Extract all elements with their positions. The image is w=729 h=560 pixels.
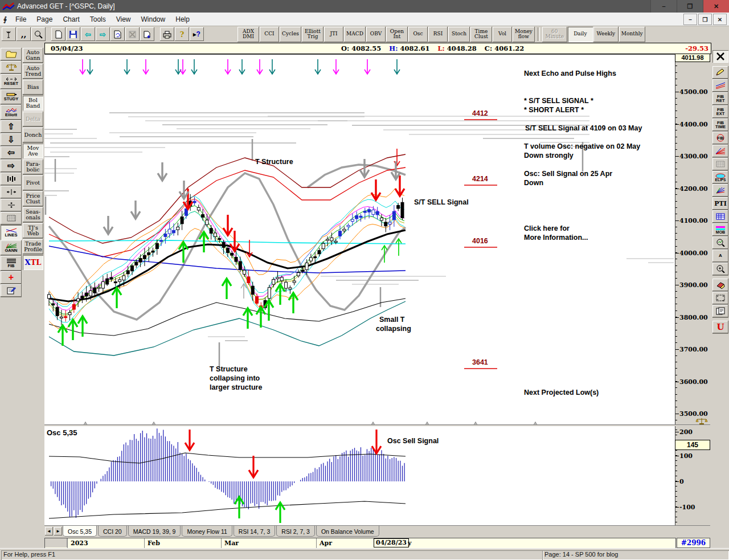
study-mov-ave-button[interactable]: Mov Ave <box>23 144 43 158</box>
study-bias-button[interactable]: Bias <box>23 80 43 95</box>
tab-scroll-left-button[interactable]: ◄ <box>45 527 53 536</box>
indicator-macd-button[interactable]: MACD <box>344 27 366 42</box>
analyze-button[interactable] <box>712 236 728 249</box>
study-donch-button[interactable]: Donch <box>23 128 43 142</box>
study-xtl-button[interactable]: XTL <box>23 255 43 270</box>
indicator-obv-button[interactable]: OBV <box>366 27 386 42</box>
arrow-fan-button[interactable] <box>712 184 728 197</box>
indicator-osc-button[interactable]: Osc <box>408 27 428 42</box>
study-seas--onals-button[interactable]: Seas- onals <box>23 207 43 222</box>
study-button[interactable]: STUDY <box>1 89 22 104</box>
axis-scales-icon[interactable] <box>695 416 708 427</box>
price-axis[interactable]: 4600.004500.004400.004300.004200.004100.… <box>675 54 711 424</box>
save-button[interactable] <box>66 27 80 41</box>
grid-blue-button[interactable] <box>712 210 728 223</box>
child-minimize-button[interactable]: – <box>683 14 697 25</box>
grid-dots-button[interactable] <box>712 158 728 170</box>
magnet-u-button[interactable]: U <box>712 321 728 333</box>
quotes-button[interactable]: ,, <box>17 27 31 41</box>
close-x-button[interactable] <box>712 50 728 63</box>
text-a-button[interactable]: A <box>712 250 728 262</box>
child-close-button[interactable]: ✕ <box>713 14 727 25</box>
pencil-button[interactable] <box>712 66 728 79</box>
timeframe-monthly-button[interactable]: Monthly <box>619 27 645 42</box>
grid-button[interactable] <box>1 212 22 224</box>
indicator-time-button[interactable]: Time Clust <box>470 27 492 42</box>
tab-money-flow-11[interactable]: Money Flow 11 <box>182 526 232 537</box>
lines-button[interactable]: LINES <box>1 225 22 240</box>
tab-osc-5-35[interactable]: Osc 5,35 <box>63 526 97 537</box>
x-axis-date-box[interactable]: 04/28/23 <box>374 538 409 547</box>
indicator-vol-button[interactable]: Vol <box>493 27 512 42</box>
indicator-open-button[interactable]: Open Int <box>386 27 408 42</box>
notes-button[interactable] <box>712 305 728 317</box>
restore-button[interactable]: ❐ <box>677 0 703 13</box>
pti-button[interactable]: PTI <box>712 197 728 210</box>
prev-chart-button[interactable]: ⇦ <box>81 27 95 41</box>
tab-scroll-right-button[interactable]: ► <box>54 527 62 536</box>
indicator-rsi-button[interactable]: RSI <box>428 27 448 42</box>
magnifier-button[interactable] <box>31 27 46 41</box>
pin-button[interactable] <box>2 27 16 41</box>
indicator-adx-button[interactable]: ADX DMI <box>237 27 259 42</box>
study-para--bolic-button[interactable]: Para- bolic <box>23 160 43 174</box>
properties-button[interactable] <box>1 284 22 297</box>
indicator-cci-button[interactable]: CCI <box>260 27 279 42</box>
gann-button[interactable]: GANN <box>1 240 22 255</box>
fib-circle-button[interactable]: FIB <box>712 132 728 144</box>
fib-button[interactable]: FIB <box>1 256 22 271</box>
expand-button[interactable] <box>712 292 728 304</box>
print-button[interactable] <box>160 27 174 41</box>
fib-time-button[interactable]: FIB TIME <box>712 118 728 131</box>
ellipse-button[interactable]: ELIPS <box>712 171 728 183</box>
timeframe-60-button[interactable]: 60 Minute <box>542 27 567 42</box>
study-tj-s-web-button[interactable]: TJ's Web <box>23 223 43 238</box>
scales-button[interactable] <box>1 61 22 73</box>
tab-on-balance-volume[interactable]: On Balance Volume <box>316 526 379 537</box>
mob-button[interactable]: MOB <box>712 223 728 236</box>
study-trade-profile-button[interactable]: Trade Profile <box>23 239 43 254</box>
folder-button[interactable] <box>1 48 22 60</box>
add-pages-button[interactable] <box>140 27 154 41</box>
tab-rsi-2--7--3[interactable]: RSI 2, 7, 3 <box>276 526 315 537</box>
menu-file[interactable]: File <box>10 14 31 24</box>
study-pivot-button[interactable]: Pivot <box>23 175 43 190</box>
menu-tools[interactable]: Tools <box>85 14 111 24</box>
arrow-left-button[interactable]: ⇦ <box>1 146 22 159</box>
tab-cci-20[interactable]: CCI 20 <box>98 526 127 537</box>
tab-rsi-14--7--3[interactable]: RSI 14, 7, 3 <box>234 526 275 537</box>
arrow-right-button[interactable]: ⇨ <box>1 160 22 172</box>
elliott-button[interactable]: Elliott <box>1 105 22 120</box>
fan-button[interactable] <box>712 145 728 157</box>
timeframe-weekly-button[interactable]: Weekly <box>593 27 619 42</box>
indicator-cycles-button[interactable]: Cycles <box>280 27 301 42</box>
reset-button[interactable]: RESET <box>1 74 22 89</box>
study-auto-gann-button[interactable]: Auto Gann <box>23 48 43 63</box>
arrow-down-button[interactable]: ⇩ <box>1 133 22 146</box>
tab-macd-19--39--9[interactable]: MACD 19, 39, 9 <box>128 526 181 537</box>
eraser-button[interactable] <box>712 279 728 291</box>
close-button[interactable]: ✕ <box>703 0 729 13</box>
expand-h-button[interactable] <box>1 186 22 198</box>
indicator-stoch-button[interactable]: Stoch <box>448 27 470 42</box>
oscillator-canvas[interactable]: Osc 5,35Osc Sell Signal <box>44 426 675 525</box>
minimize-button[interactable]: – <box>650 0 677 13</box>
new-page-button[interactable] <box>51 27 65 41</box>
arrow-up-button[interactable]: ⇧ <box>1 120 22 133</box>
chart-system-icon[interactable]: ∮ <box>0 15 10 23</box>
compress-h-button[interactable] <box>1 173 22 185</box>
fib-ret-button[interactable]: FIB RET <box>712 92 728 105</box>
timeframe-daily-button[interactable]: Daily <box>568 27 593 42</box>
chart-canvas[interactable]: 4412421440163641Next Echo and Pulse High… <box>44 54 675 425</box>
compress-v-button[interactable] <box>1 199 22 211</box>
indicator-jti-button[interactable]: JTI <box>324 27 343 42</box>
menu-view[interactable]: View <box>111 14 136 24</box>
context-help-button[interactable]: ▸? <box>190 27 204 41</box>
study-delta-button[interactable]: Delta <box>23 112 43 126</box>
help-button[interactable]: ? <box>175 27 189 41</box>
child-restore-button[interactable]: ❐ <box>698 14 712 25</box>
indicator-elliott-button[interactable]: Elliott Trig <box>302 27 323 42</box>
cross-button[interactable]: + <box>1 271 22 284</box>
menu-help[interactable]: Help <box>170 14 195 24</box>
fib-ext-button[interactable]: FIB EXT <box>712 105 728 118</box>
